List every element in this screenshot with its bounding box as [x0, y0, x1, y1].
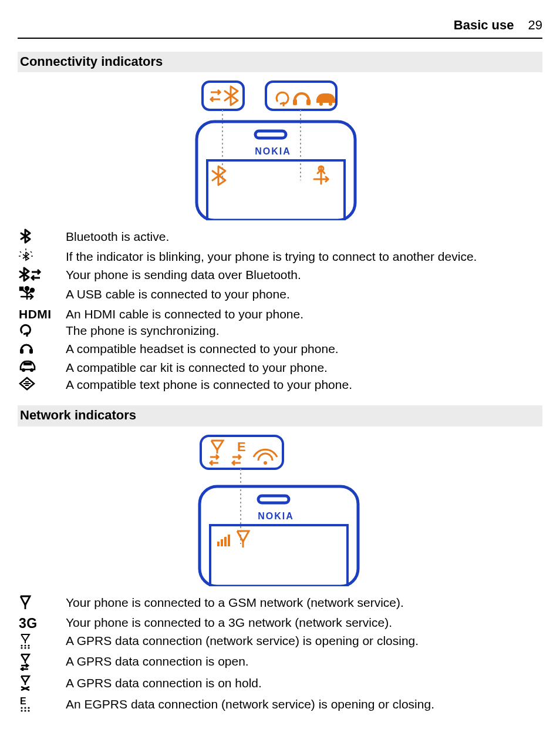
svg-point-72 [24, 707, 26, 708]
egprs-dots-icon: E [19, 696, 33, 713]
indicator-text: A GPRS data connection is on hold. [66, 675, 542, 696]
svg-point-63 [28, 647, 29, 649]
svg-point-73 [28, 707, 29, 708]
svg-text:NOKIA: NOKIA [258, 511, 294, 521]
svg-point-61 [21, 647, 22, 649]
svg-rect-33 [23, 362, 32, 365]
indicator-text: The phone is synchronizing. [66, 323, 542, 341]
bluetooth-icon [19, 229, 32, 244]
indicator-text: If the indicator is blinking, your phone… [66, 248, 542, 267]
sync-icon [19, 323, 33, 337]
svg-point-32 [30, 368, 33, 372]
connectivity-diagram: NOKIA [18, 79, 542, 220]
svg-point-31 [22, 368, 25, 372]
indicator-text: An HDMI cable is connected to your phone… [66, 306, 542, 323]
svg-text:NOKIA: NOKIA [255, 146, 291, 156]
indicator-text: A USB cable is connected to your phone. [66, 286, 542, 305]
svg-rect-10 [197, 122, 355, 220]
svg-text:E: E [237, 439, 246, 454]
svg-rect-4 [293, 99, 297, 105]
indicator-text: An EGPRS data connection (network servic… [66, 696, 542, 717]
svg-rect-52 [221, 539, 223, 546]
svg-point-7 [329, 102, 332, 106]
indicator-text: Bluetooth is active. [66, 229, 542, 248]
indicator-text: A compatible headset is connected to you… [66, 341, 542, 359]
header-section: Basic use [454, 16, 514, 34]
network-heading: Network indicators [18, 405, 542, 426]
connectivity-table: Bluetooth is active. If the indicator is… [18, 229, 542, 395]
usb-icon [19, 286, 35, 301]
svg-point-76 [28, 710, 29, 711]
svg-point-6 [319, 102, 323, 106]
svg-point-75 [24, 710, 26, 711]
page-header: Basic use 29 [18, 16, 542, 39]
gprs-dots-icon [19, 633, 33, 649]
svg-point-74 [21, 710, 22, 711]
svg-point-45 [264, 461, 267, 465]
svg-rect-54 [228, 535, 230, 546]
indicator-text: A GPRS data connection (network service)… [66, 633, 542, 653]
bluetooth-blink-icon [19, 248, 33, 263]
headset-icon [19, 341, 34, 355]
svg-rect-0 [203, 82, 244, 110]
svg-point-71 [21, 707, 22, 708]
car-icon [19, 360, 36, 372]
svg-point-62 [24, 647, 26, 649]
indicator-text: Your phone is sending data over Bluetoot… [66, 267, 542, 286]
svg-point-59 [24, 644, 26, 646]
network-diagram: E NOKIA [18, 434, 542, 586]
hdmi-icon: HDMI [19, 307, 52, 321]
svg-rect-29 [20, 349, 23, 354]
svg-rect-51 [217, 542, 220, 546]
svg-line-19 [31, 251, 32, 253]
three-g-icon: 3G [19, 616, 38, 631]
network-table: Your phone is connected to a GSM network… [18, 594, 542, 717]
svg-rect-50 [210, 525, 348, 586]
connectivity-heading: Connectivity indicators [18, 52, 542, 73]
svg-text:E: E [20, 696, 26, 706]
bluetooth-arrows-icon [19, 267, 42, 282]
svg-point-27 [31, 288, 34, 292]
svg-point-25 [25, 287, 29, 290]
indicator-text: A GPRS data connection is open. [66, 653, 542, 675]
svg-line-18 [20, 251, 21, 253]
gprs-hold-icon [19, 675, 33, 691]
svg-rect-53 [224, 537, 227, 546]
indicator-text: Your phone is connected to a GSM network… [66, 594, 542, 614]
indicator-text: A compatible text phone is connected to … [66, 377, 542, 395]
text-phone-icon [19, 377, 35, 391]
svg-rect-30 [29, 349, 33, 354]
page-number: 29 [528, 16, 542, 34]
svg-point-58 [21, 644, 22, 646]
gprs-open-icon [19, 653, 33, 671]
svg-rect-5 [306, 99, 311, 105]
svg-rect-26 [20, 287, 23, 290]
gsm-antenna-icon [19, 594, 32, 610]
indicator-text: A compatible car kit is connected to you… [66, 360, 542, 377]
svg-point-60 [28, 644, 29, 646]
svg-rect-11 [255, 131, 286, 138]
indicator-text: Your phone is connected to a 3G network … [66, 614, 542, 633]
svg-rect-48 [258, 496, 289, 503]
